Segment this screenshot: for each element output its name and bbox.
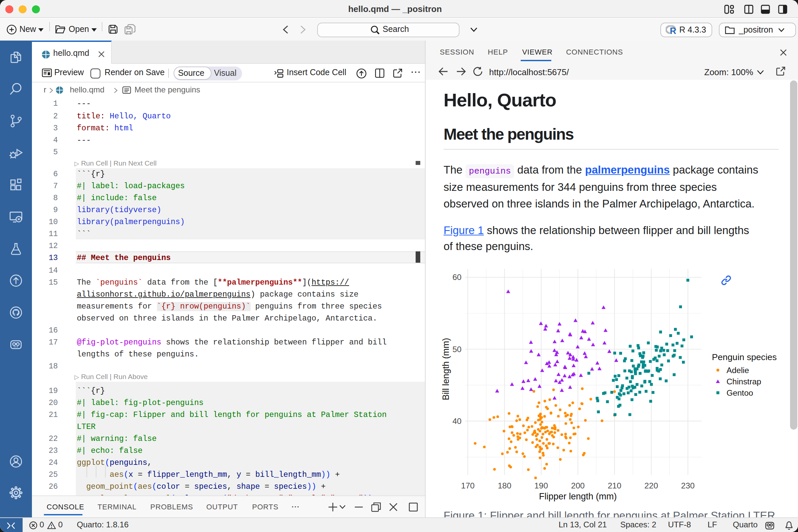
svg-text:Chinstrap: Chinstrap: [726, 377, 761, 386]
svg-text:Gentoo: Gentoo: [726, 388, 753, 397]
svg-text:180: 180: [497, 481, 511, 490]
svg-text:Penguin species: Penguin species: [711, 352, 776, 362]
svg-text:200: 200: [571, 481, 584, 490]
svg-text:170: 170: [460, 481, 474, 490]
svg-text:Adelie: Adelie: [726, 366, 749, 375]
svg-text:60: 60: [452, 273, 461, 282]
svg-text:Flipper length (mm): Flipper length (mm): [539, 491, 616, 501]
svg-text:230: 230: [681, 481, 694, 490]
svg-text:210: 210: [607, 481, 621, 490]
svg-text:190: 190: [534, 481, 548, 490]
svg-text:50: 50: [452, 345, 461, 354]
svg-text:Bill length (mm): Bill length (mm): [440, 338, 451, 400]
svg-text:40: 40: [452, 417, 461, 425]
svg-text:R: R: [670, 26, 676, 35]
svg-text:220: 220: [644, 481, 658, 490]
